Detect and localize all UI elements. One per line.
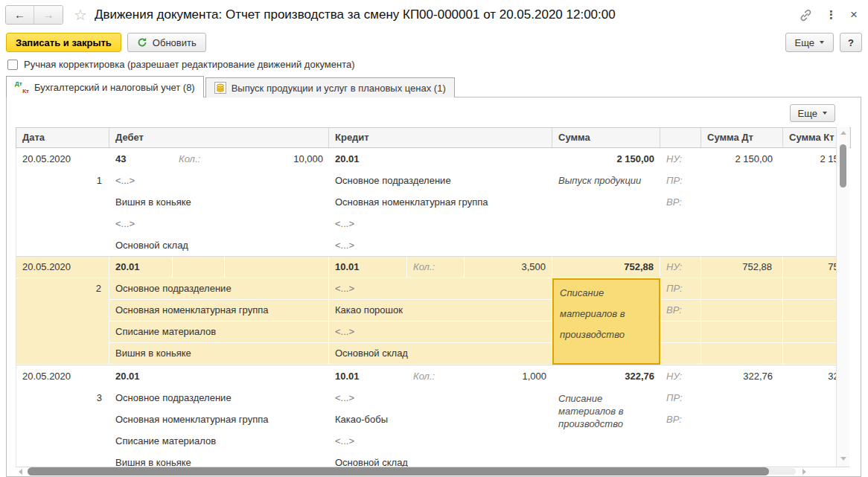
table-row[interactable]: 20.05.2020 3 20.01 Основное подразделени… xyxy=(16,365,849,467)
cell-credit-analytics[interactable]: Основной склад xyxy=(329,452,552,467)
cell-nu-label: НУ: xyxy=(660,365,701,387)
header-sum[interactable]: Сумма xyxy=(552,128,660,147)
cell-sum-dt[interactable]: 322,76 xyxy=(701,365,783,387)
cell-credit-analytics[interactable]: <...> xyxy=(329,213,552,234)
cell-debit-account[interactable]: 20.01 xyxy=(109,365,173,387)
cell-credit-analytics[interactable]: <...> xyxy=(329,321,552,343)
cell-debit-analytics[interactable]: Основная номенклатурная группа xyxy=(109,300,329,321)
tab-accounting[interactable]: Дт Кт Бухгалтерский и налоговый учет (8) xyxy=(6,76,204,97)
window-menu-icon[interactable]: ⋮ xyxy=(826,8,837,22)
cell-debit-analytics[interactable]: <...> xyxy=(109,170,329,191)
horizontal-scrollbar[interactable] xyxy=(17,467,808,476)
header-credit[interactable]: Кредит xyxy=(329,128,552,147)
cell-credit-analytics[interactable]: <...> xyxy=(329,430,552,452)
header-debit[interactable]: Дебет xyxy=(109,128,329,147)
refresh-button[interactable]: Обновить xyxy=(127,33,206,52)
favorite-star-icon[interactable]: ☆ xyxy=(74,6,87,24)
cell-credit-account[interactable]: 10.01 xyxy=(329,257,407,278)
scroll-right-icon[interactable] xyxy=(802,469,806,475)
coins-icon xyxy=(214,82,226,94)
back-icon[interactable]: ← xyxy=(6,6,34,24)
cell-date[interactable]: 20.05.2020 xyxy=(16,148,109,170)
cell-debit-analytics[interactable]: <...> xyxy=(109,213,329,234)
cell-credit-analytics[interactable]: <...> xyxy=(329,234,552,256)
debit-credit-icon: Дт Кт xyxy=(15,81,29,94)
cell-pr-label: ПР: xyxy=(660,170,701,191)
table-header: Дата Дебет Кредит Сумма Сумма Дт Сумма К… xyxy=(16,127,851,148)
cell-credit-analytics[interactable]: Основная номенклатурная группа xyxy=(329,191,552,213)
cell-credit-analytics[interactable]: <...> xyxy=(329,387,552,409)
cell-row-number: 3 xyxy=(16,387,109,467)
cell-credit-analytics[interactable]: Основное подразделение xyxy=(329,170,552,191)
manual-correction-label[interactable]: Ручная корректировка (разрешает редактир… xyxy=(24,59,355,70)
more-button-toolbar[interactable]: Еще xyxy=(785,33,834,52)
cell-sum[interactable]: 322,76 xyxy=(552,365,660,387)
cell-credit-qty[interactable]: 3,500 xyxy=(465,257,552,278)
scroll-left-icon[interactable] xyxy=(19,469,22,475)
save-and-close-button[interactable]: Записать и закрыть xyxy=(6,33,121,52)
vertical-scrollbar[interactable] xyxy=(836,127,849,467)
table-row[interactable]: 20.05.2020 1 43 Кол.: 10,000 <...> Вишня… xyxy=(16,148,849,257)
cell-nu-label: НУ: xyxy=(660,148,701,170)
manual-correction-row: Ручная корректировка (разрешает редактир… xyxy=(7,59,355,70)
cell-debit-analytics[interactable]: Списание материалов xyxy=(109,430,329,452)
movements-panel: Еще Дата Дебет Кредит Сумма Сумма Дт Сум… xyxy=(6,97,861,477)
vertical-scroll-thumb[interactable] xyxy=(840,144,846,188)
horizontal-scroll-thumb[interactable] xyxy=(28,467,769,476)
cell-operation-note[interactable]: Списание материалов в производство xyxy=(552,387,660,467)
cell-debit-account[interactable]: 43 xyxy=(109,148,173,170)
cell-debit-analytics[interactable]: Вишня в коньяке xyxy=(109,343,329,365)
cell-debit-account[interactable]: 20.01 xyxy=(109,257,173,278)
empty-cell xyxy=(225,257,329,278)
refresh-icon xyxy=(137,37,147,48)
close-icon[interactable]: × xyxy=(850,7,858,22)
empty-cell xyxy=(173,257,225,278)
window-titlebar: ← → ☆ Движения документа: Отчет производ… xyxy=(0,0,868,30)
cell-row-number: 2 xyxy=(16,278,109,365)
header-tax-blank xyxy=(660,128,701,147)
cell-vr-label: ВР: xyxy=(660,409,701,430)
cell-credit-analytics[interactable]: Какао-бобы xyxy=(329,409,552,430)
cell-debit-analytics[interactable]: Основной склад xyxy=(109,234,329,256)
header-date[interactable]: Дата xyxy=(16,128,109,147)
copy-link-icon[interactable] xyxy=(800,9,812,22)
cell-sum[interactable]: 752,88 xyxy=(552,257,660,278)
cell-sum-dt[interactable]: 752,88 xyxy=(701,257,783,278)
cell-credit-analytics[interactable]: Основной склад xyxy=(329,343,552,365)
cell-credit-account[interactable]: 10.01 xyxy=(329,365,407,387)
header-sum-dt[interactable]: Сумма Дт xyxy=(701,128,783,147)
cell-debit-analytics[interactable]: Вишня в коньяке xyxy=(109,452,329,467)
cell-debit-qty[interactable]: 10,000 xyxy=(225,148,329,170)
help-button[interactable]: ? xyxy=(840,33,862,52)
cell-credit-analytics[interactable]: <...> xyxy=(329,278,552,300)
cell-operation-note-focused[interactable]: Списание материалов в производство xyxy=(552,278,660,365)
cell-credit-analytics[interactable]: Какао порошок xyxy=(329,300,552,321)
cell-credit-qty-label: Кол.: xyxy=(407,365,465,387)
cell-sum[interactable]: 2 150,00 xyxy=(552,148,660,170)
cell-debit-analytics[interactable]: Основное подразделение xyxy=(109,278,329,300)
cell-operation-note[interactable]: Выпуск продукции xyxy=(552,170,660,191)
cell-pr-label: ПР: xyxy=(660,278,701,300)
nav-history-group: ← → xyxy=(5,5,63,25)
manual-correction-checkbox[interactable] xyxy=(7,60,18,70)
cell-credit-qty-label: Кол.: xyxy=(407,257,465,278)
cell-date[interactable]: 20.05.2020 xyxy=(16,257,109,278)
forward-icon[interactable]: → xyxy=(34,6,63,24)
cell-debit-analytics[interactable]: Основная номенклатурная группа xyxy=(109,409,329,430)
cell-debit-analytics[interactable]: Основное подразделение xyxy=(109,387,329,409)
cell-date[interactable]: 20.05.2020 xyxy=(16,365,109,387)
cell-pr-label: ПР: xyxy=(660,387,701,409)
tab-planned-output[interactable]: Выпуск продукции и услуг в плановых цена… xyxy=(205,77,455,97)
scroll-down-icon[interactable] xyxy=(840,457,846,461)
cell-debit-analytics[interactable]: Вишня в коньяке xyxy=(109,191,329,213)
main-toolbar: Записать и закрыть Обновить Еще ? xyxy=(6,31,862,54)
cell-debit-analytics[interactable]: Списание материалов xyxy=(109,321,329,343)
table-row-selected[interactable]: 20.05.2020 2 20.01 Основное подразделени… xyxy=(16,257,849,365)
more-button-grid[interactable]: Еще xyxy=(790,104,835,122)
scroll-up-icon[interactable] xyxy=(840,131,846,135)
empty-cell xyxy=(701,300,783,321)
cell-credit-qty[interactable]: 1,000 xyxy=(465,365,552,387)
cell-sum-dt[interactable]: 2 150,00 xyxy=(701,148,783,170)
empty-cell xyxy=(660,343,701,365)
cell-credit-account[interactable]: 20.01 xyxy=(329,148,407,170)
